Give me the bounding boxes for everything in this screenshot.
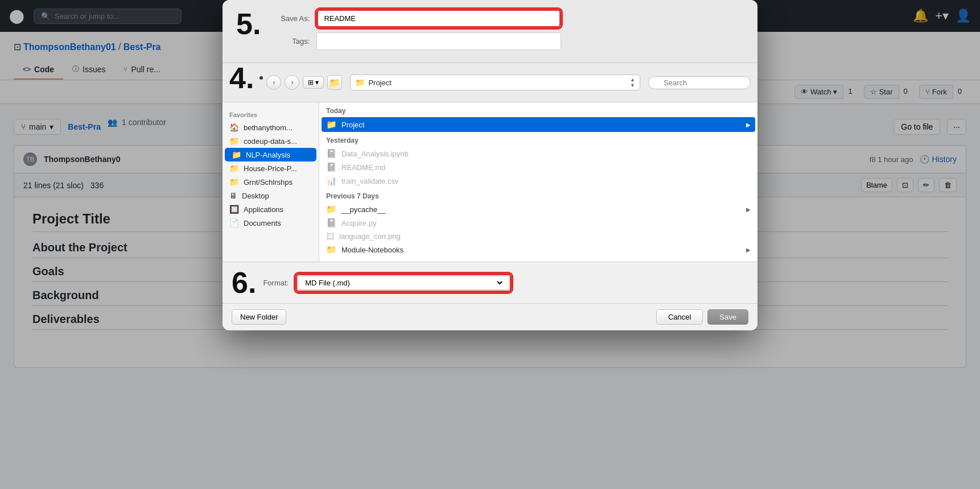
tags-field: Tags:: [270, 32, 744, 50]
file-row-acquire[interactable]: 📓 Acquire.py: [319, 216, 757, 230]
file-name: Data_Analysis.ipynb: [341, 150, 751, 158]
save-as-label: Save As:: [270, 14, 310, 23]
format-dropdown[interactable]: MD File (.md): [298, 276, 509, 290]
tags-label: Tags:: [270, 37, 310, 45]
format-bar: 6. Format: MD File (.md): [223, 262, 757, 303]
csv-icon: 📊: [326, 176, 337, 186]
notebook-icon: 📓: [326, 148, 337, 159]
sidebar-item-label: codeup-data-s...: [244, 137, 297, 146]
dialog-toolbar: 4. ‹ › ⊞ ▾ 📁 📁 Project ▲▼: [223, 63, 757, 102]
folder-icon: 📁: [326, 119, 337, 130]
current-folder-name: Project: [368, 78, 391, 87]
sidebar-item-label: bethanythom...: [244, 123, 293, 132]
file-list: Today 📁 Project ▶ Yesterday 📓 Data_Analy…: [319, 102, 757, 262]
save-as-input[interactable]: [319, 12, 558, 25]
folder-icon: 📁: [229, 164, 239, 173]
folder-icon: 📁: [229, 177, 239, 187]
save-as-input-wrapper: [316, 9, 561, 28]
view-icon: ⊞: [308, 78, 314, 86]
file-row-readme[interactable]: 📓 README.md: [319, 160, 757, 174]
sidebar-item-label: Grnt/Schlrshps: [244, 178, 293, 187]
file-name: Acquire.py: [341, 219, 751, 227]
dialog-overlay: 5. Save As: Tags:: [0, 0, 980, 382]
new-folder-toolbar-button[interactable]: 📁: [327, 75, 342, 90]
sidebar-item-label: NLP-Analysis: [246, 151, 290, 159]
search-input[interactable]: [648, 76, 751, 89]
sidebar-item-houseprice[interactable]: 📁 House-Price-P...: [223, 161, 319, 175]
format-label: Format:: [263, 279, 289, 287]
sidebar-item-label: Desktop: [242, 192, 269, 200]
file-row-pycache[interactable]: 📁 __pycache__ ▶: [319, 202, 757, 216]
current-folder-icon: 📁: [355, 78, 365, 87]
tags-input[interactable]: [322, 35, 556, 48]
file-row-module-notebooks[interactable]: 📁 Module-Notebooks ▶: [319, 243, 757, 256]
python-icon: 📓: [326, 218, 337, 228]
home-icon: 🏠: [229, 123, 239, 132]
folder-icon: 📁: [229, 136, 239, 146]
sidebar-item-codeup[interactable]: 📁 codeup-data-s...: [223, 134, 319, 148]
folder-icon: 📁: [326, 204, 337, 214]
sidebar-item-label: Documents: [244, 219, 281, 227]
forward-button[interactable]: ›: [285, 75, 299, 90]
sidebar-item-grnt[interactable]: 📁 Grnt/Schlrshps: [223, 175, 319, 189]
folder-icon: 📁: [232, 150, 241, 159]
location-bar[interactable]: 📁 Project ▲▼: [350, 74, 640, 90]
chevron-down-icon: ▾: [315, 78, 319, 86]
desktop-icon: 🖥: [229, 191, 237, 200]
save-as-field: Save As:: [270, 9, 744, 28]
section-yesterday: Yesterday: [319, 132, 757, 147]
search-wrapper: [648, 76, 751, 89]
view-options-button[interactable]: ⊞ ▾: [303, 76, 324, 89]
sidebar-item-nlp[interactable]: 📁 NLP-Analysis: [225, 148, 316, 161]
file-name: train_validate.csv: [341, 177, 751, 185]
sidebar-item-documents[interactable]: 📄 Documents: [223, 216, 319, 230]
step4-dot: [260, 76, 263, 80]
footer-buttons: Cancel Save: [656, 309, 748, 325]
arrow-right-icon: ▶: [746, 247, 751, 253]
applications-icon: 🔲: [229, 205, 239, 214]
file-row-project[interactable]: 📁 Project ▶: [322, 117, 755, 132]
format-select-wrapper: MD File (.md): [295, 273, 512, 292]
file-icon: 📓: [326, 162, 337, 172]
step6-label: 6.: [232, 268, 256, 297]
sidebar-item-desktop[interactable]: 🖥 Desktop: [223, 189, 319, 202]
file-row-data-analysis[interactable]: 📓 Data_Analysis.ipynb: [319, 147, 757, 160]
sidebar-item-label: House-Price-P...: [244, 164, 297, 173]
sidebar-item-label: Applications: [244, 205, 283, 214]
folder-icon: 📁: [326, 244, 337, 255]
new-folder-button[interactable]: New Folder: [232, 309, 286, 325]
file-name: __pycache__: [341, 205, 742, 214]
section-today: Today: [319, 102, 757, 117]
image-icon: 🖼: [326, 231, 335, 241]
file-name: Module-Notebooks: [341, 246, 742, 254]
file-name: README.md: [341, 163, 751, 172]
documents-icon: 📄: [229, 218, 239, 227]
file-name: Project: [341, 121, 742, 129]
location-arrows: ▲▼: [630, 77, 635, 88]
dialog-body: Favorites 🏠 bethanythom... 📁 codeup-data…: [223, 102, 757, 262]
save-button[interactable]: Save: [707, 309, 748, 325]
sidebar-section-favorites: Favorites: [223, 109, 319, 121]
dialog-sidebar: Favorites 🏠 bethanythom... 📁 codeup-data…: [223, 102, 319, 262]
arrow-right-icon: ▶: [746, 206, 751, 213]
arrow-right-icon: ▶: [746, 122, 751, 128]
file-name: language_corr.png: [339, 232, 751, 241]
back-button[interactable]: ‹: [266, 75, 281, 90]
step5-label: 5.: [236, 9, 261, 39]
section-previous-7: Previous 7 Days: [319, 188, 757, 202]
cancel-button[interactable]: Cancel: [656, 309, 703, 325]
save-dialog: 5. Save As: Tags:: [223, 0, 757, 330]
dialog-footer: New Folder Cancel Save: [223, 303, 757, 330]
sidebar-item-home[interactable]: 🏠 bethanythom...: [223, 121, 319, 134]
file-row-train-csv[interactable]: 📊 train_validate.csv: [319, 174, 757, 188]
file-row-language-corr[interactable]: 🖼 language_corr.png: [319, 230, 757, 243]
folder-icon: 📁: [329, 77, 340, 88]
sidebar-item-applications[interactable]: 🔲 Applications: [223, 202, 319, 216]
step4-label: 4.: [229, 63, 254, 93]
format-select-input[interactable]: MD File (.md): [303, 278, 504, 288]
